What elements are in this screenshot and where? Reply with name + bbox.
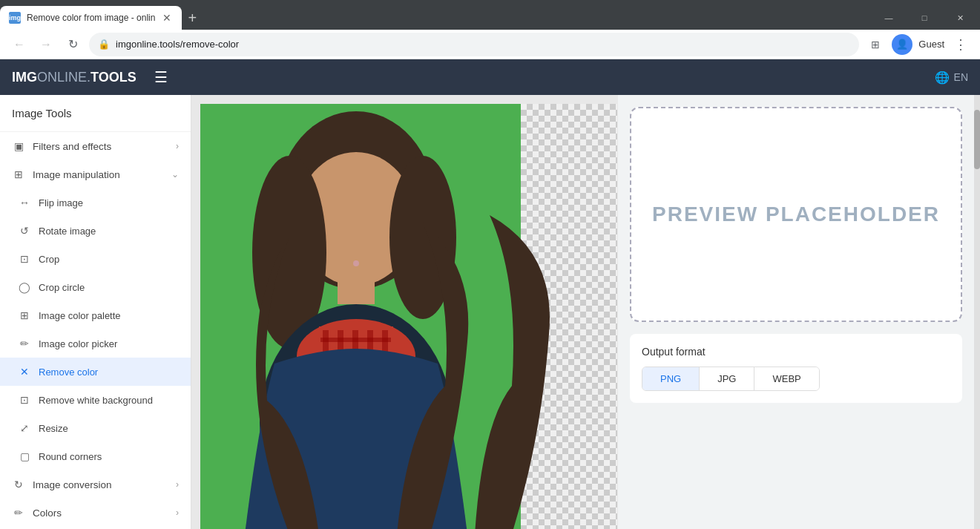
remove-white-icon: ⊡ (18, 393, 31, 407)
more-options-button[interactable]: ⋮ (950, 34, 971, 55)
right-scrollbar[interactable] (974, 95, 980, 529)
flip-icon: ↔ (18, 196, 31, 209)
logo-img: IMG (12, 70, 37, 85)
forward-button[interactable]: → (36, 34, 56, 55)
language-selector[interactable]: 🌐 EN (935, 70, 968, 85)
filters-icon: ▣ (12, 139, 25, 153)
tab-close-button[interactable]: ✕ (161, 12, 173, 24)
svg-point-17 (353, 260, 359, 266)
sidebar-item-label: Round corners (39, 451, 179, 462)
sidebar-item-remove-white[interactable]: ⊡ Remove white background (0, 386, 191, 414)
sidebar-item-label: Flip image (39, 197, 179, 208)
back-button[interactable]: ← (9, 34, 30, 55)
sidebar-item-crop[interactable]: ⊡ Crop (0, 245, 191, 273)
preview-placeholder: PREVIEW PLACEHOLDER (630, 107, 962, 322)
profile-button[interactable]: 👤 (892, 34, 912, 55)
image-container (200, 104, 609, 529)
sidebar-item-label: Crop circle (39, 282, 179, 293)
crop-icon: ⊡ (18, 252, 31, 266)
sidebar-item-manipulation[interactable]: ⊞ Image manipulation ⌄ (0, 160, 191, 188)
sidebar-item-round-corners[interactable]: ▢ Round corners (0, 442, 191, 470)
sidebar-item-colors[interactable]: ✏ Colors › (0, 499, 191, 527)
customize-button[interactable]: ⊞ (865, 34, 886, 55)
close-window-button[interactable]: ✕ (943, 6, 977, 30)
sidebar-item-color-palette[interactable]: ⊞ Image color palette (0, 301, 191, 329)
active-tab[interactable]: img Remove color from image - onlin ✕ (0, 6, 182, 30)
logo-online: ONLINE. (37, 70, 91, 85)
sidebar-item-filters[interactable]: ▣ Filters and effects › (0, 132, 191, 160)
sidebar-item-remove-color[interactable]: ✕ Remove color (0, 358, 191, 386)
sidebar: Image Tools ▣ Filters and effects › ⊞ Im… (0, 95, 191, 529)
rotate-icon: ↺ (18, 224, 31, 237)
picker-icon: ✏ (18, 337, 31, 350)
logo-tools: TOOLS (91, 70, 137, 85)
sidebar-item-label: Crop (39, 254, 179, 265)
manipulation-submenu: ↔ Flip image ↺ Rotate image ⊡ Crop ◯ Cro… (0, 188, 191, 470)
tab-favicon: img (9, 12, 21, 24)
format-jpg-button[interactable]: JPG (700, 367, 754, 390)
output-section: Output format PNG JPG WEBP (630, 334, 962, 403)
address-bar: ← → ↻ 🔒 imgonline.tools/remove-color ⊞ 👤… (0, 30, 980, 59)
remove-color-icon: ✕ (18, 365, 31, 378)
chevron-right-icon: › (176, 507, 179, 518)
palette-icon: ⊞ (18, 309, 31, 322)
sidebar-item-color-picker[interactable]: ✏ Image color picker (0, 329, 191, 358)
chevron-right-icon: › (176, 479, 179, 490)
tab-bar: img Remove color from image - onlin ✕ + … (0, 0, 980, 30)
profile-icon-symbol: 👤 (896, 39, 908, 50)
hamburger-menu[interactable]: ☰ (154, 68, 168, 86)
sidebar-item-label: Image manipulation (33, 169, 164, 180)
chevron-down-icon: ⌄ (171, 169, 179, 180)
sidebar-item-label: Image color palette (39, 310, 179, 321)
sidebar-item-label: Remove white background (39, 395, 179, 406)
url-bar[interactable]: 🔒 imgonline.tools/remove-color (89, 33, 859, 56)
sidebar-item-label: Remove color (39, 367, 179, 378)
sidebar-title: Image Tools (0, 95, 191, 132)
format-webp-button[interactable]: WEBP (754, 367, 818, 390)
crop-circle-icon: ◯ (18, 280, 31, 294)
profile-area: ⊞ 👤 Guest ⋮ (865, 34, 971, 55)
sidebar-item-label: Rotate image (39, 226, 179, 237)
maximize-button[interactable]: □ (907, 6, 941, 30)
sidebar-item-flip[interactable]: ↔ Flip image (0, 188, 191, 217)
person-silhouette (200, 104, 521, 529)
logo: IMGONLINE.TOOLS (12, 70, 137, 85)
content-area: Image Tools ▣ Filters and effects › ⊞ Im… (0, 95, 980, 529)
profile-name: Guest (918, 39, 944, 50)
chevron-right-icon: › (176, 141, 179, 151)
url-text: imgonline.tools/remove-color (116, 39, 850, 50)
canvas-area (191, 95, 618, 529)
format-png-button[interactable]: PNG (642, 367, 700, 390)
sidebar-item-label: Image color picker (39, 338, 179, 349)
round-corners-icon: ▢ (18, 450, 31, 463)
sidebar-item-label: Colors (33, 507, 168, 519)
sidebar-item-crop-circle[interactable]: ◯ Crop circle (0, 273, 191, 301)
globe-icon: 🌐 (935, 70, 950, 85)
language-label: EN (954, 71, 968, 83)
manipulation-icon: ⊞ (12, 168, 25, 181)
conversion-icon: ↻ (12, 478, 25, 491)
output-title: Output format (642, 346, 950, 358)
format-buttons: PNG JPG WEBP (642, 367, 820, 391)
sidebar-item-label: Image conversion (33, 479, 168, 490)
window-controls: — □ ✕ (872, 6, 980, 30)
minimize-button[interactable]: — (872, 6, 906, 30)
svg-rect-4 (338, 275, 375, 304)
sidebar-item-conversion[interactable]: ↻ Image conversion › (0, 470, 191, 499)
sidebar-item-resize[interactable]: ⤢ Resize (0, 414, 191, 442)
sidebar-item-label: Filters and effects (33, 141, 168, 152)
app-header: IMGONLINE.TOOLS ☰ 🌐 EN (0, 59, 980, 95)
right-panel: PREVIEW PLACEHOLDER Output format PNG JP… (618, 95, 974, 529)
browser-chrome: img Remove color from image - onlin ✕ + … (0, 0, 980, 59)
lock-icon: 🔒 (98, 39, 110, 50)
sidebar-item-rotate[interactable]: ↺ Rotate image (0, 217, 191, 245)
tab-title: Remove color from image - onlin (27, 13, 155, 23)
new-tab-button[interactable]: + (188, 6, 197, 30)
scrollbar-thumb[interactable] (974, 110, 980, 169)
reload-button[interactable]: ↻ (62, 34, 83, 55)
green-screen-background (200, 104, 521, 529)
app: IMGONLINE.TOOLS ☰ 🌐 EN Image Tools ▣ Fil… (0, 59, 980, 529)
svg-rect-13 (320, 338, 391, 342)
preview-placeholder-text: PREVIEW PLACEHOLDER (652, 203, 940, 226)
transparent-checker (521, 104, 617, 529)
